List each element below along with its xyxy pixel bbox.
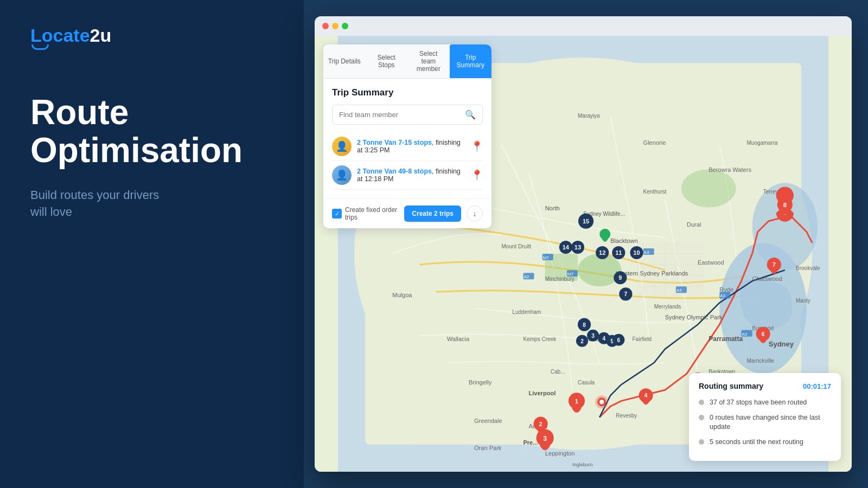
browser-window: Penrith Jamisontown Mulgoa Wallacia Brin…	[315, 16, 852, 472]
svg-text:14: 14	[563, 244, 570, 251]
svg-text:Oran Park: Oran Park	[474, 445, 502, 451]
route-info-1: 2 Tonne Van 7-15 stops, finishing at 3:2…	[357, 139, 465, 154]
svg-text:Ingleburn: Ingleburn	[572, 462, 593, 467]
logo-locate: Locate	[30, 25, 90, 46]
avatar-2: 👤	[332, 165, 352, 185]
svg-text:7: 7	[773, 261, 776, 268]
tab-trip-summary[interactable]: Trip Summary	[450, 44, 492, 78]
routing-timer: 00:01:17	[803, 382, 831, 390]
logo: Locate2u	[30, 26, 273, 50]
svg-text:Kemps Creek: Kemps Creek	[523, 336, 557, 342]
trip-panel: Trip Details Select Stops Select team me…	[323, 44, 492, 228]
trip-footer: ✓ Create fixed order trips Create 2 trip…	[323, 198, 492, 228]
svg-text:Fairfield: Fairfield	[632, 336, 652, 342]
svg-text:A3: A3	[720, 293, 725, 298]
svg-point-125	[599, 229, 610, 240]
browser-content: Penrith Jamisontown Mulgoa Wallacia Brin…	[315, 36, 852, 472]
svg-text:Mount Druitt: Mount Druitt	[501, 243, 531, 249]
svg-text:Casula: Casula	[578, 380, 595, 386]
svg-text:6: 6	[762, 331, 765, 337]
route-info-2: 2 Tonne Van 49-8 stops, finishing at 12:…	[357, 168, 465, 183]
svg-text:2: 2	[580, 338, 584, 344]
svg-text:Liverpool: Liverpool	[529, 390, 556, 396]
svg-text:1: 1	[575, 398, 578, 404]
tab-select-team-member[interactable]: Select team member	[407, 44, 450, 78]
create-trips-button[interactable]: Create 2 trips	[404, 206, 461, 222]
fixed-order-checkbox-area[interactable]: ✓ Create fixed order trips	[332, 206, 399, 221]
summary-text-2: 0 routes have changed since the last upd…	[710, 413, 831, 432]
tab-select-stops[interactable]: Select Stops	[366, 44, 408, 78]
route-pin-2: 📍	[471, 169, 483, 181]
svg-text:Sydney Olympic Park: Sydney Olympic Park	[665, 314, 723, 320]
svg-text:Wallacia: Wallacia	[447, 336, 470, 342]
close-button-dot[interactable]	[322, 23, 329, 29]
svg-text:Bringelly: Bringelly	[469, 379, 492, 386]
minimize-button-dot[interactable]	[332, 23, 339, 29]
svg-text:6: 6	[617, 337, 621, 343]
summary-dot-1	[699, 400, 704, 405]
avatar-face-2: 👤	[332, 165, 352, 185]
svg-text:Muogamarra: Muogamarra	[747, 140, 778, 146]
browser-titlebar	[315, 16, 852, 36]
svg-text:Pre...: Pre...	[523, 439, 538, 446]
svg-text:3: 3	[591, 333, 595, 339]
checkbox-icon: ✓	[332, 209, 342, 219]
svg-text:15: 15	[583, 218, 589, 224]
svg-text:North: North	[545, 205, 560, 211]
svg-text:7: 7	[624, 291, 627, 297]
summary-item-3: 5 seconds until the next routing	[699, 438, 831, 447]
svg-text:Revesby: Revesby	[616, 412, 637, 418]
logo-text: Locate2u	[30, 26, 111, 50]
search-icon[interactable]: 🔍	[465, 110, 476, 120]
svg-text:Luddenham: Luddenham	[512, 309, 541, 315]
svg-text:8: 8	[583, 322, 586, 328]
svg-text:3: 3	[543, 435, 547, 442]
svg-text:Marrickville: Marrickville	[747, 358, 775, 364]
trip-tabs: Trip Details Select Stops Select team me…	[323, 44, 492, 79]
summary-item-2: 0 routes have changed since the last upd…	[699, 413, 831, 432]
svg-text:Eastwood: Eastwood	[698, 259, 724, 266]
svg-text:2: 2	[539, 421, 542, 427]
svg-text:12: 12	[599, 249, 605, 256]
svg-text:Manly: Manly	[796, 298, 810, 304]
svg-text:13: 13	[575, 244, 581, 251]
route-name-2: 2 Tonne Van 49-8 stops	[357, 168, 432, 175]
search-input[interactable]	[339, 111, 465, 119]
svg-point-128	[599, 400, 604, 404]
svg-text:Sydney: Sydney	[769, 340, 794, 348]
svg-text:11: 11	[615, 249, 622, 256]
svg-text:Cab...: Cab...	[551, 369, 565, 375]
svg-text:Merrylands: Merrylands	[654, 304, 681, 310]
svg-text:Mulgoa: Mulgoa	[392, 292, 412, 298]
avatar-face-1: 👤	[332, 137, 352, 156]
trip-panel-title: Trip Summary	[332, 87, 483, 98]
summary-dot-2	[699, 415, 704, 420]
svg-text:9: 9	[618, 274, 622, 281]
checkbox-label: Create fixed order trips	[345, 206, 399, 221]
page-headline: Route Optimisation	[30, 93, 273, 170]
svg-text:4: 4	[644, 393, 648, 399]
svg-text:Dural: Dural	[687, 221, 701, 228]
summary-dot-3	[699, 439, 704, 445]
logo-2u: 2u	[90, 25, 112, 46]
svg-text:A3: A3	[644, 250, 649, 255]
svg-text:Marayiya: Marayiya	[578, 113, 600, 119]
svg-text:4: 4	[602, 336, 605, 342]
maximize-button-dot[interactable]	[342, 23, 348, 29]
svg-text:A2: A2	[524, 274, 529, 279]
tab-trip-details[interactable]: Trip Details	[323, 44, 366, 78]
svg-text:M7: M7	[543, 255, 550, 260]
svg-text:Chatswood: Chatswood	[752, 275, 782, 282]
summary-text-3: 5 seconds until the next routing	[710, 438, 803, 447]
route-pin-1: 📍	[471, 140, 483, 152]
svg-text:A3: A3	[676, 288, 682, 293]
team-member-search[interactable]: 🔍	[332, 105, 483, 125]
browser-controls	[322, 23, 348, 29]
download-button[interactable]: ↓	[467, 206, 483, 222]
page-subheadline: Build routes your drivers will love	[30, 187, 273, 221]
svg-text:M7: M7	[567, 272, 574, 277]
svg-point-5	[578, 254, 621, 286]
left-panel: Locate2u Route Optimisation Build routes…	[0, 0, 304, 488]
svg-text:Brookvale: Brookvale	[796, 265, 820, 271]
svg-text:Leppington: Leppington	[545, 450, 575, 457]
